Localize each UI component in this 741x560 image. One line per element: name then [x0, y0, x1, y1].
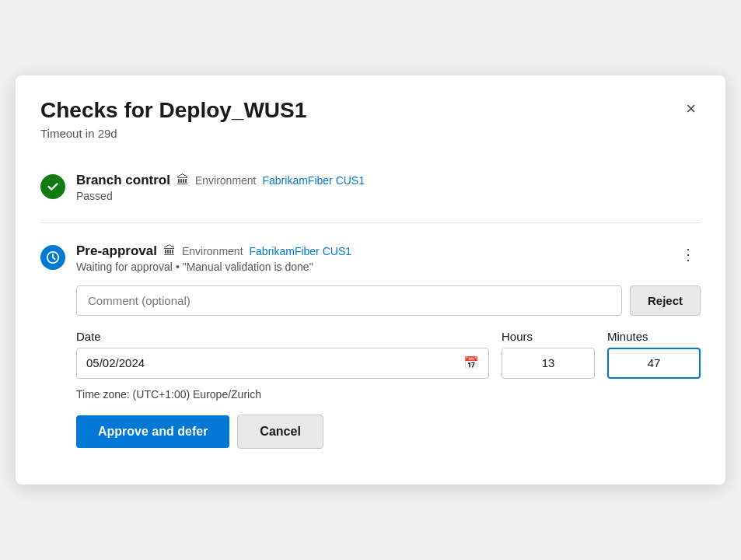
hours-field-group: Hours: [502, 330, 595, 379]
branch-control-env-label: Environment: [195, 174, 257, 187]
pre-approval-section: Pre-approval 🏛 Environment FabrikamFiber…: [40, 229, 701, 463]
pre-approval-env-link[interactable]: FabrikamFiber CUS1: [250, 245, 351, 257]
checkmark-icon: [46, 180, 60, 194]
pre-approval-title-line: Pre-approval 🏛 Environment FabrikamFiber…: [76, 243, 676, 259]
calendar-icon[interactable]: 📅: [463, 355, 479, 370]
branch-control-status: Passed: [76, 190, 701, 202]
cancel-button[interactable]: Cancel: [237, 415, 323, 449]
approval-form: Reject Date 📅 Hours Minutes: [76, 285, 701, 449]
branch-control-section: Branch control 🏛 Environment FabrikamFib…: [40, 159, 701, 216]
date-input-wrapper: 📅: [76, 348, 489, 379]
branch-control-name: Branch control: [76, 173, 170, 188]
hours-input[interactable]: [502, 348, 595, 379]
environment-icon: 🏛: [177, 173, 189, 187]
pre-approval-separator: •: [176, 261, 183, 273]
section-divider: [40, 222, 701, 223]
pre-approval-name: Pre-approval: [76, 243, 157, 259]
date-label: Date: [76, 330, 489, 343]
date-input[interactable]: [86, 356, 463, 369]
approve-defer-button[interactable]: Approve and defer: [76, 415, 229, 448]
branch-control-env-link[interactable]: FabrikamFiber CUS1: [263, 174, 365, 187]
hours-label: Hours: [502, 330, 595, 343]
pre-approval-env-label: Environment: [182, 245, 243, 257]
pre-approval-row: Pre-approval 🏛 Environment FabrikamFiber…: [40, 243, 676, 273]
pre-approval-status-icon: [40, 245, 65, 270]
checks-modal: Checks for Deploy_WUS1 Timeout in 29d × …: [16, 75, 725, 485]
date-field-group: Date 📅: [76, 330, 489, 379]
modal-subtitle: Timeout in 29d: [40, 127, 306, 140]
reject-button[interactable]: Reject: [630, 285, 701, 316]
modal-title-block: Checks for Deploy_WUS1 Timeout in 29d: [40, 97, 306, 140]
pre-approval-env-icon: 🏛: [163, 244, 176, 258]
branch-control-info: Branch control 🏛 Environment FabrikamFib…: [76, 173, 701, 202]
comment-reject-row: Reject: [76, 285, 701, 316]
minutes-field-group: Minutes: [607, 330, 701, 379]
branch-control-title-line: Branch control 🏛 Environment FabrikamFib…: [76, 173, 701, 188]
pre-approval-header: Pre-approval 🏛 Environment FabrikamFiber…: [40, 243, 701, 273]
timezone-text: Time zone: (UTC+1:00) Europe/Zurich: [76, 388, 701, 401]
branch-control-status-icon: [40, 174, 65, 199]
close-button[interactable]: ×: [681, 97, 701, 121]
date-time-row: Date 📅 Hours Minutes: [76, 330, 701, 379]
modal-title: Checks for Deploy_WUS1: [40, 97, 306, 124]
pre-approval-detail: "Manual validation is done": [183, 261, 313, 273]
pre-approval-status: Waiting for approval • "Manual validatio…: [76, 261, 676, 273]
comment-input[interactable]: [76, 285, 622, 316]
clock-icon: [46, 250, 60, 264]
minutes-input[interactable]: [607, 348, 701, 379]
pre-approval-waiting-text: Waiting for approval: [76, 261, 173, 273]
pre-approval-info: Pre-approval 🏛 Environment FabrikamFiber…: [76, 243, 676, 273]
action-row: Approve and defer Cancel: [76, 415, 701, 449]
more-options-button[interactable]: ⋮: [676, 243, 701, 265]
branch-control-row: Branch control 🏛 Environment FabrikamFib…: [40, 173, 701, 202]
modal-header: Checks for Deploy_WUS1 Timeout in 29d ×: [40, 97, 701, 140]
minutes-label: Minutes: [607, 330, 701, 343]
